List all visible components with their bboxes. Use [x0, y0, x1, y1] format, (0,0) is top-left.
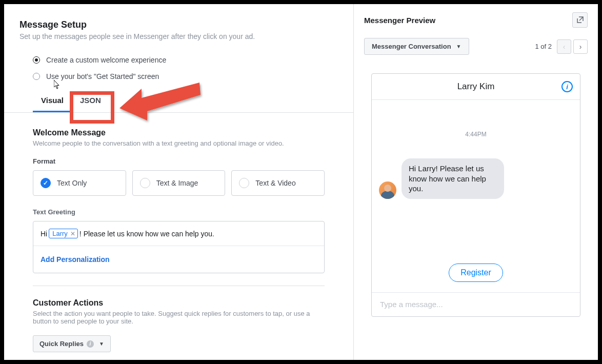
conversation-dropdown[interactable]: Messenger Conversation ▼	[364, 38, 469, 55]
format-option-text-only[interactable]: ✓ Text Only	[33, 170, 126, 196]
preview-title: Messenger Preview	[364, 16, 435, 25]
radio-label: Create a custom welcome experience	[46, 56, 166, 64]
welcome-message-subtitle: Welcome people to the conversation with …	[33, 139, 325, 147]
check-icon	[239, 178, 249, 188]
format-option-label: Text & Image	[156, 179, 198, 187]
radio-icon	[33, 73, 40, 80]
greeting-text-pre: Hi	[41, 230, 47, 238]
info-icon: i	[87, 340, 94, 348]
info-button[interactable]: i	[561, 81, 573, 92]
expand-icon	[576, 16, 584, 24]
customer-actions-subtitle: Select the action you want people to tak…	[33, 310, 325, 325]
input-placeholder: Type a message...	[380, 300, 443, 309]
message-timestamp: 4:44PM	[379, 131, 573, 138]
page-title: Message Setup	[19, 19, 338, 30]
add-personalization-link[interactable]: Add Personalization	[33, 246, 324, 273]
text-greeting-label: Text Greeting	[33, 208, 325, 216]
dropdown-label: Messenger Conversation	[372, 43, 451, 50]
page-indicator: 1 of 2	[535, 43, 552, 50]
check-icon: ✓	[41, 178, 51, 188]
greeting-text-post: ! Please let us know how we can help you…	[79, 230, 214, 238]
chevron-down-icon: ▼	[456, 44, 461, 49]
format-option-label: Text & Video	[255, 179, 295, 187]
dropdown-label: Quick Replies	[39, 340, 84, 348]
info-icon: i	[566, 83, 568, 91]
message-bubble: Hi Larry! Please let us know how we can …	[402, 158, 504, 199]
avatar	[379, 181, 396, 199]
divider	[33, 286, 325, 286]
messenger-preview-frame: Larry Kim i 4:44PM Hi Larry! Please let …	[371, 73, 580, 317]
register-button[interactable]: Register	[449, 264, 503, 282]
format-option-text-image[interactable]: Text & Image	[132, 170, 226, 196]
contact-name: Larry Kim	[390, 82, 561, 92]
quick-replies-dropdown[interactable]: Quick Replies i ▼	[33, 335, 111, 352]
next-button[interactable]: ›	[573, 39, 588, 54]
radio-bot-get-started[interactable]: Use your bot's "Get Started" screen	[33, 72, 338, 80]
message-input[interactable]: Type a message...	[372, 292, 580, 316]
radio-custom-welcome[interactable]: Create a custom welcome experience	[33, 56, 338, 64]
customer-actions-title: Customer Actions	[33, 298, 325, 308]
format-option-text-video[interactable]: Text & Video	[231, 170, 325, 196]
check-icon	[140, 178, 150, 188]
expand-button[interactable]	[572, 12, 588, 28]
chevron-left-icon: ‹	[563, 43, 566, 51]
tab-visual[interactable]: Visual	[33, 89, 72, 112]
personalization-token[interactable]: Larry ✕	[49, 229, 78, 238]
greeting-text-input[interactable]: Hi Larry ✕ ! Please let us know how we c…	[33, 221, 324, 246]
chevron-right-icon: ›	[579, 43, 582, 51]
radio-icon	[33, 56, 40, 64]
welcome-message-title: Welcome Message	[33, 128, 325, 137]
token-label: Larry	[52, 230, 68, 237]
tab-json[interactable]: JSON	[72, 89, 109, 112]
format-option-label: Text Only	[57, 179, 87, 187]
page-subtitle: Set up the messages people see in Messen…	[19, 32, 338, 41]
radio-label: Use your bot's "Get Started" screen	[46, 72, 159, 80]
prev-button[interactable]: ‹	[557, 39, 571, 54]
close-icon[interactable]: ✕	[70, 230, 75, 237]
format-label: Format	[33, 157, 325, 165]
chevron-down-icon: ▼	[99, 341, 104, 347]
